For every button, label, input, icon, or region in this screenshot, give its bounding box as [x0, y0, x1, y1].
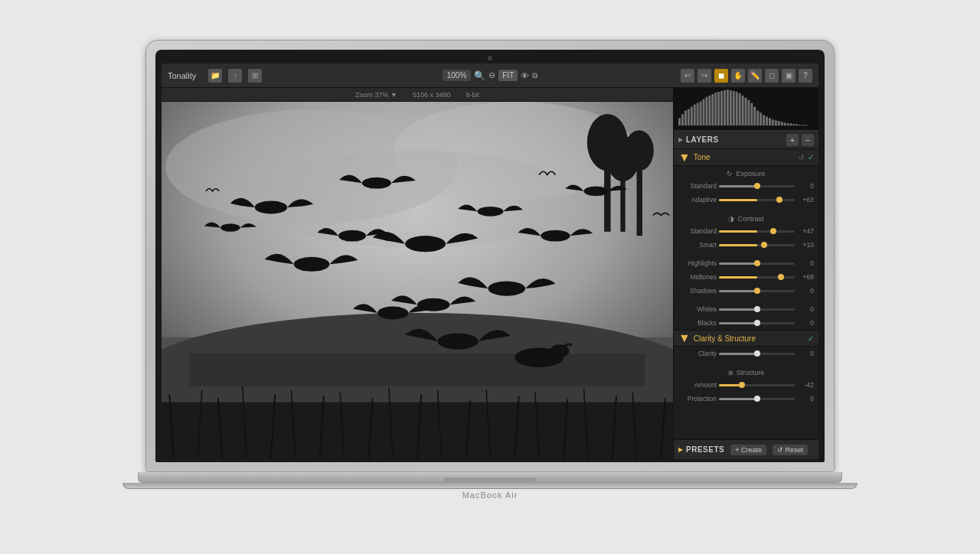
photo-area[interactable]	[162, 102, 673, 459]
tone-header[interactable]: ▼ Tone ↺ ✓	[674, 149, 818, 166]
pen-icon[interactable]: ✏️	[748, 69, 762, 83]
image-dimensions: 5106 x 3480	[413, 91, 451, 99]
whites-slider[interactable]	[719, 308, 795, 311]
remove-layer-button[interactable]: −	[802, 134, 814, 146]
shadows-thumb[interactable]	[754, 288, 760, 294]
zoom-out-icon[interactable]: ⊖	[488, 70, 495, 80]
exposure-group-label: ↻ Exposure	[674, 166, 818, 179]
right-panel: ▶ LAYERS + − ▼ Tone ↺ ✓	[673, 88, 818, 459]
protection-label: Protection	[678, 395, 717, 402]
create-preset-button[interactable]: + Create	[730, 445, 766, 455]
contrast-smart-value: +10	[797, 241, 814, 249]
protection-thumb[interactable]	[754, 396, 760, 402]
macbook-lid: Tonality 📁 ↑ ⊞ 100% 🔍 ⊖ FIT 👁 ⧉	[145, 40, 835, 472]
svg-point-42	[541, 230, 570, 242]
contrast-standard-thumb[interactable]	[770, 228, 776, 234]
svg-rect-69	[727, 90, 729, 125]
standard-slider[interactable]	[719, 185, 795, 187]
clarity-row: Clarity 0	[674, 347, 818, 360]
highlights-thumb[interactable]	[754, 260, 760, 266]
svg-rect-12	[190, 354, 645, 386]
shadows-value: 0	[797, 287, 814, 295]
clarity-label: Clarity	[678, 350, 717, 357]
reset-preset-label: ↺ Reset	[777, 446, 803, 454]
svg-point-41	[478, 207, 504, 217]
svg-rect-57	[691, 107, 693, 126]
amount-slider[interactable]	[719, 384, 795, 386]
svg-rect-71	[733, 91, 735, 125]
clarity-thumb[interactable]	[754, 350, 760, 357]
redo-icon[interactable]: ↪	[697, 69, 711, 83]
svg-rect-55	[684, 110, 687, 125]
app: Tonality 📁 ↑ ⊞ 100% 🔍 ⊖ FIT 👁 ⧉	[162, 64, 818, 459]
svg-point-37	[362, 178, 391, 189]
midtones-thumb[interactable]	[778, 274, 784, 280]
grid-icon[interactable]: ⊞	[248, 69, 262, 83]
tone-title: Tone	[694, 153, 795, 161]
svg-rect-60	[700, 102, 702, 125]
adaptive-thumb[interactable]	[776, 197, 782, 203]
svg-rect-58	[694, 105, 696, 126]
eraser-icon[interactable]: ◻	[765, 69, 779, 83]
zoom-percent: 100%	[443, 70, 472, 81]
shadows-row: Shadows 0	[674, 284, 818, 298]
contrast-icon: ◑	[728, 215, 734, 223]
undo-icon[interactable]: ↩	[681, 69, 694, 83]
add-layer-button[interactable]: +	[786, 134, 799, 146]
contrast-smart-slider[interactable]	[719, 244, 795, 246]
share-icon[interactable]: ↑	[228, 69, 242, 83]
contrast-smart-thumb[interactable]	[761, 242, 767, 248]
protection-slider[interactable]	[719, 398, 795, 400]
midtones-value: +68	[797, 273, 814, 281]
reset-preset-button[interactable]: ↺ Reset	[773, 445, 808, 455]
svg-rect-87	[781, 122, 783, 125]
clarity-structure-header[interactable]: ▼ Clarity & Structure ✓	[674, 330, 818, 347]
tone-arrow: ▼	[678, 151, 691, 165]
help-icon[interactable]: ?	[799, 69, 812, 83]
shadows-slider[interactable]	[719, 290, 795, 292]
svg-rect-94	[802, 125, 804, 125]
svg-rect-65	[714, 93, 717, 125]
presets-arrow: ▶	[678, 446, 683, 453]
svg-point-9	[625, 130, 654, 171]
adaptive-slider[interactable]	[719, 199, 795, 201]
protection-row: Protection 0	[674, 392, 818, 406]
main-area: Zoom 37% ▼ 5106 x 3480 8-bit	[162, 88, 818, 459]
amount-thumb[interactable]	[739, 382, 745, 388]
mask-icon[interactable]: ▣	[782, 69, 795, 83]
tone-mapping-icon[interactable]: ◼	[714, 69, 728, 83]
svg-rect-73	[739, 93, 741, 125]
midtones-slider[interactable]	[719, 276, 795, 279]
blacks-thumb[interactable]	[754, 320, 760, 326]
create-preset-label: + Create	[735, 446, 762, 454]
compare-icon[interactable]: ⧉	[532, 71, 537, 80]
whites-row: Whites 0	[674, 302, 818, 316]
whites-thumb[interactable]	[754, 306, 760, 312]
svg-rect-64	[711, 94, 714, 125]
svg-rect-92	[795, 124, 798, 125]
highlights-slider[interactable]	[719, 262, 795, 265]
zoom-in-icon[interactable]: 🔍	[474, 70, 485, 81]
macbook-base	[138, 472, 842, 483]
contrast-standard-row: Standard +47	[674, 224, 818, 238]
histogram	[674, 88, 818, 131]
eye-icon[interactable]: 👁	[521, 71, 529, 80]
hand-icon[interactable]: ✋	[731, 69, 745, 83]
blacks-slider[interactable]	[719, 322, 795, 324]
layers-header[interactable]: ▶ LAYERS + −	[674, 131, 818, 149]
photo-canvas	[162, 102, 673, 459]
macbook-notch	[444, 477, 536, 482]
standard-thumb[interactable]	[754, 183, 760, 189]
contrast-standard-slider[interactable]	[719, 230, 795, 233]
presets-title: PRESETS	[686, 445, 724, 454]
folder-icon[interactable]: 📁	[208, 69, 222, 83]
tone-reset-icon[interactable]: ↺	[799, 154, 805, 161]
clarity-check-icon[interactable]: ✓	[808, 334, 814, 343]
blacks-row: Blacks 0	[674, 316, 818, 330]
svg-rect-59	[697, 103, 699, 125]
contrast-smart-label: Smart	[678, 241, 717, 249]
fit-button[interactable]: FIT	[498, 70, 518, 81]
clarity-slider[interactable]	[719, 353, 795, 355]
tone-check-icon[interactable]: ✓	[808, 153, 814, 161]
svg-rect-90	[789, 123, 792, 125]
